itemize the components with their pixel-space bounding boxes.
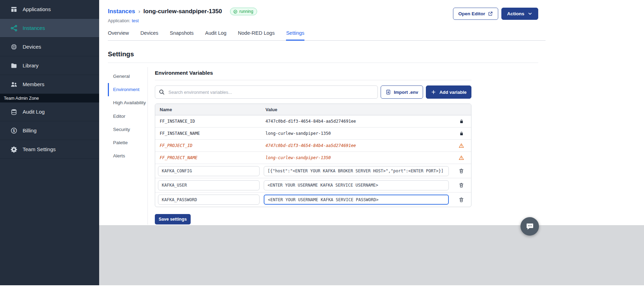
env-var-value-input-focused[interactable] <box>264 195 449 205</box>
svg-text:$: $ <box>13 128 15 132</box>
tab-node-red-logs[interactable]: Node-RED Logs <box>238 30 275 41</box>
settings-nav-general[interactable]: General <box>108 70 148 83</box>
sidebar-item-members[interactable]: Members <box>0 75 99 94</box>
search-icon <box>159 89 165 95</box>
settings-nav-editor[interactable]: Editor <box>108 110 148 123</box>
chat-icon <box>525 222 534 231</box>
tab-snapshots[interactable]: Snapshots <box>170 30 194 41</box>
audit-log-icon <box>10 108 17 115</box>
header-actions: Open Editor Actions <box>453 8 538 20</box>
search-box <box>155 85 378 99</box>
page-header: Instances › long-curlew-sandpiper-1350 r… <box>108 8 538 23</box>
delete-variable-button[interactable] <box>459 182 464 188</box>
env-var-table: Name Value FF_INSTANCE_ID 4747c0bd-d1f3-… <box>155 104 471 207</box>
bottom-strip <box>0 285 644 287</box>
env-var-name: FF_INSTANCE_NAME <box>155 131 261 136</box>
warning-icon <box>459 155 464 161</box>
open-editor-label: Open Editor <box>458 11 485 16</box>
tab-devices[interactable]: Devices <box>140 30 158 41</box>
env-var-name: FF_PROJECT_ID <box>155 143 261 148</box>
column-header-name: Name <box>155 107 261 112</box>
settings-nav-alerts[interactable]: Alerts <box>108 149 148 163</box>
sidebar-item-library[interactable]: Library <box>0 56 99 75</box>
env-var-row-kafka-password <box>155 192 471 207</box>
env-var-value-input[interactable] <box>264 166 449 176</box>
import-env-label: Import .env <box>394 90 418 95</box>
tab-audit-log[interactable]: Audit Log <box>205 30 226 41</box>
breadcrumb: Instances › long-curlew-sandpiper-1350 r… <box>108 8 257 15</box>
settings-nav-palette[interactable]: Palette <box>108 136 148 149</box>
chevron-down-icon <box>527 11 533 16</box>
application-label: Application: <box>108 18 130 23</box>
sidebar-item-label: Applications <box>23 6 51 12</box>
env-toolbar: Import .env Add variable <box>155 85 471 99</box>
application-row: Application:test <box>108 18 257 23</box>
lock-icon <box>459 131 464 136</box>
settings-nav-environment[interactable]: Environment <box>108 83 148 96</box>
env-vars-heading: Environment Variables <box>155 70 472 76</box>
env-var-row-ff-instance-name: FF_INSTANCE_NAME long-curlew-sandpiper-1… <box>155 128 471 140</box>
delete-variable-button[interactable] <box>459 168 464 174</box>
sidebar-item-label: Members <box>23 81 45 87</box>
add-variable-button[interactable]: Add variable <box>426 85 471 99</box>
delete-variable-button[interactable] <box>459 197 464 203</box>
sidebar-item-label: Billing <box>23 128 37 133</box>
status-badge: running <box>230 8 257 15</box>
env-var-value: 4747c0bd-d1f3-4654-84b4-aa5d274691ee <box>261 119 452 124</box>
lock-icon <box>459 119 464 124</box>
env-var-row-kafka-user <box>155 178 471 192</box>
sidebar-section-team-admin-zone: Team Admin Zone <box>0 94 99 102</box>
tab-overview[interactable]: Overview <box>108 30 129 41</box>
trash-icon <box>459 168 464 174</box>
env-var-value: long-curlew-sandpiper-1350 <box>261 131 452 136</box>
add-variable-label: Add variable <box>439 90 467 95</box>
env-var-row-ff-instance-id: FF_INSTANCE_ID 4747c0bd-d1f3-4654-84b4-a… <box>155 115 471 128</box>
actions-button[interactable]: Actions <box>501 8 538 20</box>
search-input[interactable] <box>155 85 378 99</box>
sidebar-item-applications[interactable]: Applications <box>0 0 99 19</box>
env-var-value-input[interactable] <box>264 180 449 190</box>
sidebar-item-billing[interactable]: $ Billing <box>0 121 99 140</box>
actions-label: Actions <box>507 11 524 16</box>
env-var-value: 4747c0bd-d1f3-4654-84b4-aa5d274691ee <box>261 143 452 148</box>
breadcrumb-separator: › <box>138 8 140 15</box>
settings-nav: General Environment High Availability Ed… <box>108 67 148 224</box>
settings-divider <box>108 63 538 63</box>
warning-icon <box>459 143 464 148</box>
env-var-value: long-curlew-sandpiper-1350 <box>261 155 452 160</box>
env-var-name-input[interactable] <box>158 195 260 205</box>
plus-icon <box>431 89 436 95</box>
sidebar-item-devices[interactable]: Devices <box>0 38 99 56</box>
settings-nav-security[interactable]: Security <box>108 123 148 136</box>
env-var-name: FF_PROJECT_NAME <box>155 155 261 160</box>
sidebar-item-audit-log[interactable]: Audit Log <box>0 102 99 121</box>
billing-icon: $ <box>10 127 17 134</box>
settings-heading: Settings <box>108 50 644 58</box>
instances-icon <box>10 25 17 32</box>
sidebar-item-instances[interactable]: Instances <box>0 19 99 38</box>
settings-nav-high-availability[interactable]: High Availability <box>108 96 148 109</box>
members-icon <box>10 81 17 88</box>
trash-icon <box>459 182 464 188</box>
library-icon <box>10 62 17 69</box>
open-editor-button[interactable]: Open Editor <box>453 8 498 20</box>
import-env-button[interactable]: Import .env <box>381 85 423 99</box>
env-var-name-input[interactable] <box>158 166 260 176</box>
sidebar-item-team-settings[interactable]: Team Settings <box>0 140 99 159</box>
column-header-value: Value <box>261 107 452 112</box>
save-settings-button[interactable]: Save settings <box>155 214 191 224</box>
sidebar-item-label: Devices <box>23 44 41 50</box>
env-var-name: FF_INSTANCE_ID <box>155 119 261 124</box>
import-icon <box>385 89 391 95</box>
tab-settings[interactable]: Settings <box>286 30 304 41</box>
chat-widget-button[interactable] <box>520 217 539 236</box>
external-link-icon <box>488 11 493 16</box>
application-link[interactable]: test <box>132 18 139 23</box>
env-var-row-ff-project-name: FF_PROJECT_NAME long-curlew-sandpiper-13… <box>155 152 471 164</box>
running-status-icon <box>233 9 238 14</box>
breadcrumb-instances-link[interactable]: Instances <box>108 8 135 15</box>
env-var-row-ff-project-id: FF_PROJECT_ID 4747c0bd-d1f3-4654-84b4-aa… <box>155 140 471 152</box>
env-vars-divider <box>155 80 471 80</box>
env-var-name-input[interactable] <box>158 180 260 190</box>
status-label: running <box>239 9 253 14</box>
